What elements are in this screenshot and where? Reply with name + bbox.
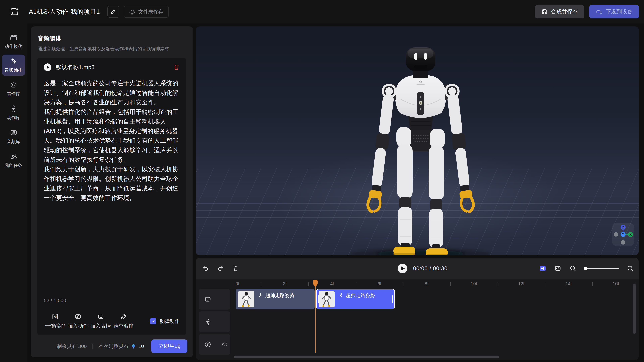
redo-button[interactable] — [217, 265, 224, 272]
speaker-icon[interactable] — [221, 341, 228, 348]
one-key-arrange-button[interactable]: AI 一键编排 — [44, 313, 66, 330]
audio-arrange-panel: 音频编排 通过音频处理，生成音频素材以及融合动作和表情的音频编排素材 默认名称1… — [31, 26, 193, 357]
cloud-x-icon — [129, 9, 135, 15]
check-icon — [151, 319, 155, 323]
insert-expression-icon — [97, 313, 104, 320]
axis-x-label: X — [630, 233, 632, 236]
generate-footer: 剩余灵石 300 本次消耗灵石 10 立即生成 — [31, 335, 193, 357]
gem-icon — [131, 344, 136, 349]
file-unsaved-status[interactable]: 文件未保存 — [124, 6, 169, 18]
axis-y-label: Y — [622, 233, 624, 236]
axis-gizmo[interactable]: Z Y X — [612, 223, 634, 246]
playback-control-bar: 00:00 / 00:30 — [196, 258, 639, 279]
robot-face-icon — [10, 81, 18, 89]
sidebar-item-audio-library[interactable]: 音频库 — [2, 126, 25, 147]
save-button[interactable]: 合成并保存 — [535, 5, 584, 18]
person-icon — [204, 318, 212, 326]
project-title: A1机器人动作-我的项目1 — [29, 7, 100, 16]
robot-shadow — [350, 248, 491, 255]
remaining-stones: 剩余灵石 300 — [57, 343, 86, 350]
time-display: 00:00 / 00:30 — [413, 265, 448, 272]
timeline: 0f 2f 4f 6f 8f 10f 12f 14f 16f — [196, 279, 639, 360]
delete-clip-button[interactable] — [232, 265, 239, 272]
clear-icon — [120, 313, 127, 320]
char-counter: 52 / 1,000 — [44, 298, 66, 303]
sparkles-icon — [10, 57, 18, 65]
music-disc-icon — [204, 341, 212, 348]
sidebar: 动作模仿 音频编排 表情库 动作库 音频库 — [0, 23, 27, 362]
playhead-handle[interactable] — [313, 280, 318, 287]
sidebar-item-motion-library[interactable]: 动作库 — [2, 102, 25, 123]
pencil-icon — [110, 9, 116, 14]
timeline-horizontal-scrollbar[interactable] — [234, 356, 499, 358]
rhythm-motion-toggle[interactable]: 韵律动作 — [150, 318, 180, 325]
app-logo-icon — [10, 7, 20, 17]
timeline-vertical-scrollbar[interactable] — [633, 284, 636, 334]
audio-play-button[interactable] — [44, 63, 52, 71]
fit-timeline-button[interactable] — [554, 265, 562, 272]
person-icon — [10, 105, 18, 113]
ai-icon: AI — [52, 313, 59, 320]
svg-text:AI: AI — [54, 315, 57, 318]
play-icon — [401, 267, 405, 271]
motion-clip[interactable]: 超帅走路姿势 — [236, 289, 314, 309]
robot-download-icon — [596, 8, 602, 15]
insert-motion-icon — [74, 313, 82, 320]
clip-trim-handle-right[interactable] — [392, 295, 393, 303]
sidebar-item-my-tasks[interactable]: 我的任务 — [2, 150, 25, 171]
deploy-to-device-button[interactable]: 下发到设备 — [589, 5, 639, 18]
clear-arrange-button[interactable]: 清空编排 — [112, 313, 135, 330]
motion-clip-selected[interactable]: 超帅走路姿势 — [316, 289, 395, 309]
playhead[interactable] — [315, 281, 316, 353]
delete-audio-button[interactable] — [173, 64, 180, 70]
snap-keyframe-toggle[interactable] — [539, 265, 546, 272]
robot-face-icon — [204, 296, 212, 303]
sidebar-item-audio-arrange[interactable]: 音频编排 — [2, 55, 25, 76]
zoom-in-button[interactable] — [626, 265, 634, 272]
audio-filename: 默认名称1.mp3 — [56, 63, 173, 71]
music-box-icon — [10, 129, 18, 136]
insert-motion-button[interactable]: 插入动作 — [66, 313, 90, 330]
audio-script-text[interactable]: 这是一家全球领先的公司专注于先进机器人系统的设计、制造和部署我们的使命是通过智能… — [44, 78, 180, 203]
clapperboard-icon — [10, 33, 18, 41]
timeline-zoom-slider[interactable] — [584, 268, 619, 269]
undo-button[interactable] — [202, 265, 209, 272]
axis-neg-x-handle[interactable] — [614, 232, 618, 237]
viewport-3d[interactable]: Z Y X — [196, 26, 639, 255]
generate-button[interactable]: 立即生成 — [151, 339, 188, 353]
clip-thumbnail — [238, 291, 254, 307]
top-bar: A1机器人动作-我的项目1 文件未保存 合成并保存 下发到设备 — [0, 0, 644, 23]
audio-card: 默认名称1.mp3 这是一家全球领先的公司专注于先进机器人系统的设计、制造和部署… — [37, 58, 186, 335]
track-header-audio[interactable] — [199, 334, 230, 355]
axis-neg-z-handle[interactable] — [621, 240, 625, 245]
zoom-out-button[interactable] — [569, 265, 576, 272]
clip-trim-handle-left[interactable] — [318, 295, 319, 303]
slider-thumb[interactable] — [584, 267, 587, 270]
tasks-icon — [10, 152, 18, 160]
play-button[interactable] — [398, 264, 407, 273]
axis-z-label: Z — [622, 225, 624, 229]
insert-expression-button[interactable]: 插入表情 — [90, 313, 112, 330]
floor-glow — [276, 150, 565, 251]
clip-thumbnail — [319, 291, 335, 307]
unsaved-label: 文件未保存 — [138, 8, 163, 15]
sidebar-item-motion-imitation[interactable]: 动作模仿 — [2, 31, 25, 52]
sidebar-item-expression-library[interactable]: 表情库 — [2, 78, 25, 99]
play-icon — [47, 65, 50, 69]
cost-stones: 本次消耗灵石 10 — [98, 343, 144, 350]
walking-icon — [338, 293, 344, 298]
divider — [92, 344, 93, 349]
floppy-icon — [541, 8, 548, 15]
rename-button[interactable] — [107, 6, 120, 18]
track-header-expression[interactable] — [199, 289, 230, 310]
panel-subtitle: 通过音频处理，生成音频素材以及融合动作和表情的音频编排素材 — [31, 42, 193, 52]
track-header-motion[interactable] — [199, 311, 230, 332]
panel-title: 音频编排 — [31, 26, 193, 42]
rhythm-checkbox[interactable] — [150, 318, 156, 325]
walking-icon — [258, 293, 263, 298]
